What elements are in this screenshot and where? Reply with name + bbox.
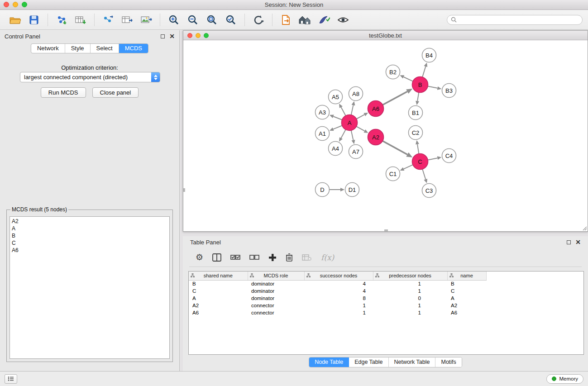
search-input[interactable] [459, 17, 578, 23]
delete-row-icon[interactable] [286, 253, 293, 262]
network-window-controls[interactable] [187, 33, 209, 38]
export-table-icon[interactable] [119, 12, 135, 28]
close-panel-icon[interactable]: ✕ [169, 33, 175, 39]
table-cell[interactable]: 8 [304, 295, 373, 302]
save-icon[interactable] [26, 12, 42, 28]
close-window-button[interactable] [4, 2, 9, 7]
network-canvas[interactable]: B4B2BB3A5A8A6A3B1AC2A1A2A4A7C4CC1DD1C3 [184, 41, 587, 231]
table-row[interactable]: Bdominator41B [189, 280, 486, 287]
export-network-icon[interactable] [100, 12, 116, 28]
table-cell[interactable]: C [447, 287, 486, 295]
column-header-name[interactable]: name [447, 272, 486, 280]
minimize-network-window-button[interactable] [196, 33, 201, 38]
edge-A-A3[interactable] [333, 116, 342, 119]
close-panel-button[interactable]: Close panel [92, 87, 139, 98]
dropdown-stepper-icon[interactable] [151, 72, 160, 82]
network-window-titlebar[interactable]: testGlobe.txt [183, 31, 588, 40]
tab-network[interactable]: Network [31, 44, 65, 53]
zoom-in-icon[interactable] [166, 12, 182, 28]
network-graph[interactable]: B4B2BB3A5A8A6A3B1AC2A1A2A4A7C4CC1DD1C3 [184, 41, 587, 231]
table-cell[interactable]: A6 [447, 309, 486, 316]
close-table-panel-icon[interactable]: ✕ [575, 239, 581, 245]
optimization-dropdown[interactable]: largest connected component (directed) [20, 72, 160, 82]
add-row-icon[interactable] [268, 253, 277, 262]
tab-edge-table[interactable]: Edge Table [349, 357, 388, 367]
columns-icon[interactable] [212, 253, 221, 262]
zoom-selected-icon[interactable] [223, 12, 239, 28]
table-cell[interactable]: 1 [373, 309, 447, 316]
table-cell[interactable]: 1 [373, 287, 447, 295]
zoom-out-icon[interactable] [185, 12, 201, 28]
table-cell[interactable]: connector [248, 302, 304, 309]
column-header-successor-nodes[interactable]: successor nodes [304, 272, 373, 280]
result-item[interactable]: A [12, 225, 167, 232]
table-cell[interactable]: dominator [248, 280, 304, 287]
left-edge-handle[interactable] [183, 188, 185, 192]
table-cell[interactable]: A [189, 295, 248, 302]
result-item[interactable]: B [12, 232, 167, 239]
zoom-fit-icon[interactable] [204, 12, 220, 28]
table-cell[interactable]: 1 [304, 309, 373, 316]
edge-B-B4[interactable] [422, 67, 425, 77]
table-cell[interactable]: B [447, 280, 486, 287]
table-row[interactable]: Cdominator41C [189, 287, 486, 295]
zoom-network-window-button[interactable] [204, 33, 209, 38]
result-item[interactable]: C [12, 239, 167, 247]
deselect-all-icon[interactable] [249, 254, 259, 261]
edge-A-A8[interactable] [351, 105, 354, 115]
table-cell[interactable]: A [447, 295, 486, 302]
tab-mcds[interactable]: MCDS [119, 44, 148, 53]
table-cell[interactable]: 1 [373, 280, 447, 287]
edge-A6-B[interactable] [382, 91, 407, 105]
edge-C-C3[interactable] [422, 169, 425, 179]
apply-style-icon[interactable] [316, 12, 332, 28]
table-row[interactable]: A2connector11A2 [189, 302, 486, 309]
tab-network-table[interactable]: Network Table [389, 357, 436, 367]
edge-A-A5[interactable] [341, 107, 345, 116]
edge-A-A6[interactable] [356, 114, 364, 119]
edge-B-B3[interactable] [428, 86, 437, 88]
gear-icon[interactable]: ⚙ [196, 253, 203, 262]
column-header-shared-name[interactable]: shared name [189, 272, 248, 280]
import-network-file-icon[interactable] [53, 12, 70, 28]
export-image-icon[interactable] [138, 12, 154, 28]
tab-node-table[interactable]: Node Table [309, 357, 349, 367]
table-cell[interactable]: 0 [373, 295, 447, 302]
table-cell[interactable]: 1 [304, 302, 373, 309]
select-all-icon[interactable] [230, 254, 240, 261]
table-cell[interactable]: 4 [304, 287, 373, 295]
table-row[interactable]: A6connector11A6 [189, 309, 486, 316]
table-cell[interactable]: dominator [248, 295, 304, 302]
table-cell[interactable]: connector [248, 309, 304, 316]
edge-C-C4[interactable] [428, 158, 437, 160]
refresh-icon[interactable] [250, 12, 267, 28]
search-field[interactable] [447, 15, 583, 25]
home-icon[interactable] [297, 12, 313, 28]
edge-C-C2[interactable] [417, 144, 419, 154]
edge-B-B1[interactable] [417, 92, 419, 101]
edge-B-B2[interactable] [404, 77, 413, 81]
float-panel-icon[interactable] [161, 34, 165, 38]
edge-A2-C[interactable] [382, 141, 407, 154]
close-network-window-button[interactable] [187, 33, 192, 38]
resize-corner-icon[interactable] [582, 225, 587, 231]
import-table-file-icon[interactable] [72, 12, 89, 28]
result-item[interactable]: A2 [12, 218, 167, 225]
result-item[interactable]: A6 [12, 247, 167, 254]
memory-button[interactable]: Memory [546, 374, 583, 384]
column-header-MCDS-role[interactable]: MCDS role [248, 272, 304, 280]
column-header-predecessor-nodes[interactable]: predecessor nodes [373, 272, 447, 280]
tab-style[interactable]: Style [65, 44, 91, 53]
table-cell[interactable]: A2 [447, 302, 486, 309]
open-session-icon[interactable] [278, 12, 294, 28]
table-cell[interactable]: C [189, 287, 248, 295]
table-cell[interactable]: 1 [373, 302, 447, 309]
minimize-window-button[interactable] [13, 2, 18, 7]
open-folder-icon[interactable] [7, 12, 23, 28]
tab-motifs[interactable]: Motifs [435, 357, 461, 367]
edge-A-A4[interactable] [341, 129, 345, 138]
bottom-edge-handle[interactable] [384, 229, 388, 231]
edge-A-A2[interactable] [356, 126, 364, 131]
table-cell[interactable]: 4 [304, 280, 373, 287]
eye-icon[interactable] [335, 12, 351, 28]
